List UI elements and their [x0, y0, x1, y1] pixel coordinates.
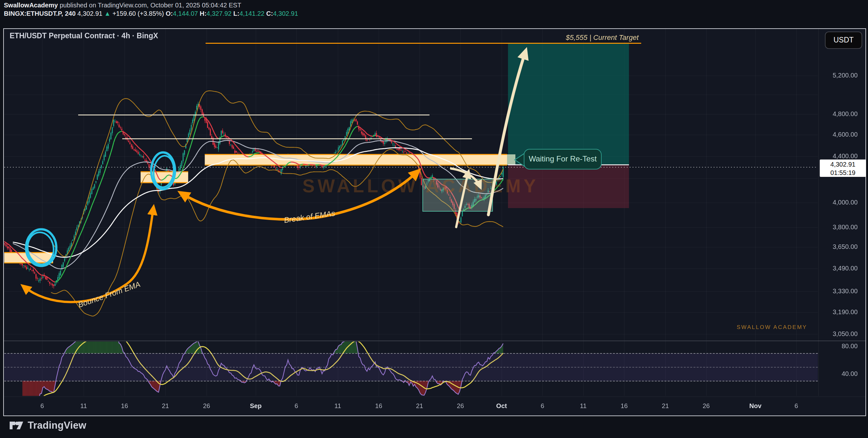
cyan-circle-aug5[interactable] — [26, 229, 56, 266]
target-line-label[interactable]: $5,555 | Current Target — [503, 33, 639, 42]
retest-callout[interactable]: Waiting For Re-Test — [524, 149, 601, 169]
callout-pointer — [515, 153, 524, 166]
tradingview-logo-text: TradingView — [28, 420, 86, 431]
tradingview-logo[interactable]: TradingView — [9, 419, 86, 432]
corner-watermark: SWALLOW ACADEMY — [737, 324, 807, 331]
badge-price: 4,302.91 — [820, 160, 866, 168]
annotation-svg-layer — [0, 0, 868, 438]
badge-countdown: 01:55:19 — [820, 168, 866, 177]
currency-toggle-button[interactable]: USDT — [825, 32, 862, 49]
bounce-up-arrow[interactable] — [456, 172, 468, 227]
current-price-badge: 4,302.91 01:55:19 — [820, 159, 866, 177]
target-projection-arrow[interactable] — [488, 51, 526, 215]
chart-title: ETH/USDT Perpetual Contract · 4h · BingX — [10, 32, 158, 40]
break-of-emas-arrow[interactable] — [181, 171, 418, 219]
tradingview-logo-icon — [9, 419, 24, 432]
tradingview-published-chart: SwallowAcademy published on TradingView.… — [0, 0, 868, 438]
cyan-circle-aug21[interactable] — [151, 152, 175, 189]
